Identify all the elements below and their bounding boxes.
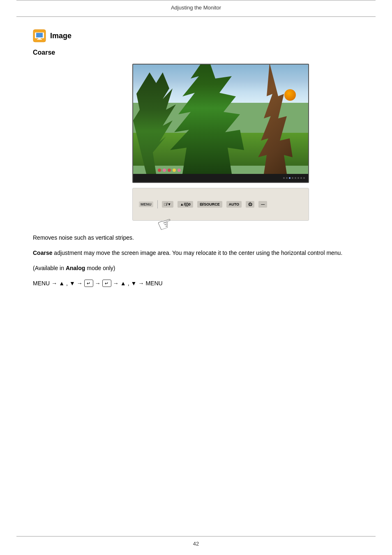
images-container: MENU □/▼ ▲/(()0 ⊟/SOURCE AUTO ⏻ — ☞ xyxy=(82,64,359,221)
power-icon: ⏻ xyxy=(248,202,252,206)
ctrl-btn-auto-label: AUTO xyxy=(229,202,239,206)
led-7 xyxy=(300,177,302,179)
ctrl-btn-3: ⊟/SOURCE xyxy=(197,201,222,208)
svg-rect-4 xyxy=(37,39,42,40)
ctrl-btn-auto: AUTO xyxy=(226,201,242,208)
ctrl-btn-1-label: □/▼ xyxy=(164,202,171,206)
nav-comma-2: , xyxy=(128,279,129,288)
nav-up-2: ▲ xyxy=(120,279,126,288)
nav-enter-2: ↵ xyxy=(102,280,111,287)
content-area: Image Coarse xyxy=(0,17,392,313)
desc-para-1: Removes noise such as vertical stripes. xyxy=(33,233,359,243)
nav-menu-start: MENU xyxy=(33,279,50,288)
dash-label: — xyxy=(261,202,265,206)
desc-para-3: (Available in Analog mode only) xyxy=(33,264,359,273)
page-footer: 42 xyxy=(16,536,376,547)
ctrl-btn-2: ▲/(()0 xyxy=(178,201,193,208)
ctrl-btn-dash: — xyxy=(258,201,267,208)
available-suffix: mode only) xyxy=(85,265,115,271)
nav-arrow-1: → xyxy=(51,279,57,288)
image-section-icon xyxy=(33,29,46,42)
page-number: 42 xyxy=(193,541,199,547)
desc-para-2: Coarse adjustment may move the screen im… xyxy=(33,248,359,258)
nav-comma-1: , xyxy=(66,279,68,288)
desc-text-1: Removes noise such as vertical stripes. xyxy=(33,234,134,241)
ctrl-btn-3-label: ⊟/SOURCE xyxy=(200,202,220,206)
svg-rect-2 xyxy=(36,33,43,37)
nav-formula: MENU → ▲ , ▼ → ↵ → ↵ → ▲ , ▼ → MENU xyxy=(33,279,359,288)
analog-bold: Analog xyxy=(66,265,85,271)
nav-arrow-4: → xyxy=(113,279,119,288)
flower-2 xyxy=(163,169,166,172)
desc-text-2: adjustment may move the screen image are… xyxy=(52,250,342,256)
nav-down-1: ▼ xyxy=(69,279,75,288)
led-5 xyxy=(295,177,296,179)
coarse-bold: Coarse xyxy=(33,250,52,256)
description-area: Removes noise such as vertical stripes. … xyxy=(33,233,359,288)
flower-1 xyxy=(158,169,161,172)
flower-5 xyxy=(178,169,181,172)
menu-label: MENU xyxy=(139,201,153,207)
led-4 xyxy=(292,177,293,179)
flower-4 xyxy=(173,169,176,172)
image-icon-svg xyxy=(33,29,46,42)
orange-circle xyxy=(284,89,296,101)
separator-1 xyxy=(157,200,158,208)
ctrl-btn-1: □/▼ xyxy=(162,201,174,208)
nav-down-2: ▼ xyxy=(131,279,137,288)
hand-cursor: ☞ xyxy=(155,213,175,235)
header-title: Adjusting the Monitor xyxy=(171,5,221,11)
nav-menu-end: MENU xyxy=(145,279,162,288)
nav-arrow-3: → xyxy=(95,279,101,288)
nav-arrow-5: → xyxy=(138,279,144,288)
flower-3 xyxy=(168,169,171,172)
monitor-screen xyxy=(133,65,308,174)
led-1 xyxy=(283,177,285,179)
nav-enter-1: ↵ xyxy=(84,280,93,287)
led-8 xyxy=(303,177,305,179)
section-title-row: Image xyxy=(33,29,359,42)
led-3 xyxy=(289,177,291,179)
monitor-image xyxy=(132,64,309,183)
available-prefix: (Available in xyxy=(33,265,66,271)
section-title: Image xyxy=(50,32,71,40)
ctrl-btn-2-label: ▲/(()0 xyxy=(180,202,190,206)
flowers xyxy=(158,169,181,172)
led-6 xyxy=(297,177,299,179)
nav-up-1: ▲ xyxy=(59,279,65,288)
nav-arrow-2: → xyxy=(77,279,83,288)
led-2 xyxy=(286,177,288,179)
sub-heading: Coarse xyxy=(33,49,359,56)
page-header: Adjusting the Monitor xyxy=(16,0,376,17)
monitor-bottom-bar xyxy=(133,174,308,182)
control-bar: MENU □/▼ ▲/(()0 ⊟/SOURCE AUTO ⏻ — ☞ xyxy=(132,188,309,221)
ctrl-btn-power: ⏻ xyxy=(246,201,254,208)
